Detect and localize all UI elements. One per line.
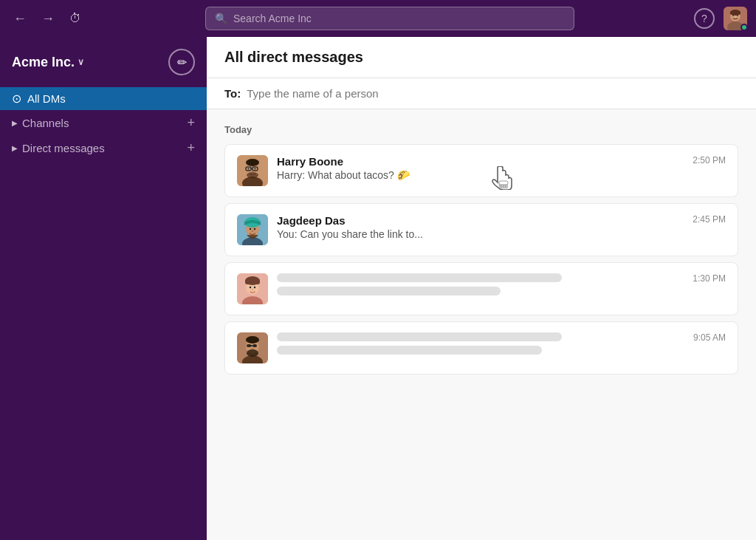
main-layout: Acme Inc. ∨ ✏ ⊙ All DMs ▶ Channels + ▶ D… <box>0 37 756 540</box>
back-button[interactable]: ← <box>9 8 31 30</box>
placeholder-name-3 <box>277 273 562 282</box>
svg-rect-21 <box>504 182 506 188</box>
dm-card-jagdeep[interactable]: Jagdeep Das You: Can you share the link … <box>224 203 738 256</box>
dm-arrow-icon: ▶ <box>12 144 18 152</box>
workspace-chevron-icon: ∨ <box>78 57 84 67</box>
messages-area: Today <box>207 109 756 540</box>
to-bar: To: <box>207 78 756 109</box>
content-area: All direct messages To: Today <box>207 37 756 540</box>
jagdeep-avatar-svg <box>237 214 268 245</box>
user-avatar-container[interactable] <box>724 7 747 30</box>
all-dms-icon: ⊙ <box>12 92 21 106</box>
to-label: To: <box>224 87 241 100</box>
forward-button[interactable]: → <box>37 8 59 30</box>
direct-messages-label: Direct messages <box>22 142 105 154</box>
harry-dm-content: Harry Boone Harry: What about tacos? 🌮 <box>277 155 684 181</box>
content-header: All direct messages <box>207 37 756 78</box>
dm-content-3 <box>277 273 684 300</box>
svg-point-17 <box>252 171 254 172</box>
jagdeep-preview: You: Can you share the link to... <box>277 228 684 240</box>
svg-rect-23 <box>499 181 508 185</box>
date-divider: Today <box>224 124 738 135</box>
all-dms-label: All DMs <box>27 92 66 105</box>
jagdeep-name: Jagdeep Das <box>277 214 684 227</box>
harry-preview: Harry: What about tacos? 🌮 <box>277 169 684 181</box>
recipient-input[interactable] <box>247 87 738 100</box>
channels-label: Channels <box>22 117 69 129</box>
workspace-name-text: Acme Inc. <box>12 55 75 70</box>
avatar-3 <box>237 273 268 304</box>
placeholder-preview-4 <box>277 346 542 355</box>
svg-rect-47 <box>247 344 251 347</box>
dm-card-4[interactable]: 9:05 AM <box>224 321 738 375</box>
time-4: 9:05 AM <box>693 332 726 343</box>
svg-point-38 <box>252 289 253 290</box>
svg-rect-35 <box>245 279 260 284</box>
svg-point-29 <box>254 228 255 230</box>
svg-point-43 <box>247 349 258 357</box>
placeholder-name-4 <box>277 332 562 341</box>
svg-rect-20 <box>501 182 504 188</box>
add-channel-button[interactable]: + <box>187 116 195 129</box>
compose-button[interactable]: ✏ <box>168 49 195 75</box>
avatar-harry <box>237 155 268 186</box>
search-icon: 🔍 <box>215 13 227 24</box>
svg-point-11 <box>246 159 259 166</box>
topbar: ← → ⏱ 🔍 ? <box>0 0 756 37</box>
svg-rect-19 <box>499 182 501 188</box>
avatar-3-svg <box>237 273 268 304</box>
search-input[interactable] <box>233 13 565 24</box>
help-button[interactable]: ? <box>694 8 715 29</box>
svg-rect-7 <box>730 11 740 15</box>
sidebar-header: Acme Inc. ∨ ✏ <box>0 43 207 87</box>
channels-arrow-icon: ▶ <box>12 119 18 127</box>
svg-point-36 <box>250 287 251 288</box>
jagdeep-dm-content: Jagdeep Das You: Can you share the link … <box>277 214 684 240</box>
time-3: 1:30 PM <box>693 273 726 284</box>
jagdeep-time: 2:45 PM <box>693 214 726 225</box>
dm-content-4 <box>277 332 684 359</box>
placeholder-preview-3 <box>277 287 501 295</box>
search-bar: 🔍 <box>205 7 574 30</box>
harry-name: Harry Boone <box>277 155 684 168</box>
sidebar: Acme Inc. ∨ ✏ ⊙ All DMs ▶ Channels + ▶ D… <box>0 37 207 540</box>
avatar-4 <box>237 332 268 363</box>
svg-point-16 <box>255 168 256 170</box>
svg-point-37 <box>254 287 255 288</box>
sidebar-item-all-dms[interactable]: ⊙ All DMs <box>0 87 207 110</box>
dm-card-harry[interactable]: Harry Boone Harry: What about tacos? 🌮 2… <box>224 144 738 197</box>
avatar-4-svg <box>237 332 268 363</box>
add-dm-button[interactable]: + <box>187 141 195 154</box>
sidebar-item-channels[interactable]: ▶ Channels + <box>0 110 207 135</box>
svg-point-46 <box>252 348 254 349</box>
svg-rect-22 <box>506 183 508 188</box>
svg-point-42 <box>246 336 259 344</box>
svg-point-15 <box>248 168 250 170</box>
workspace-name[interactable]: Acme Inc. ∨ <box>12 55 84 70</box>
svg-rect-48 <box>252 344 257 347</box>
harry-time: 2:50 PM <box>693 155 726 165</box>
sidebar-item-direct-messages[interactable]: ▶ Direct messages + <box>0 135 207 160</box>
online-indicator <box>740 24 748 31</box>
svg-point-30 <box>252 230 254 232</box>
harry-avatar-svg <box>237 155 268 186</box>
svg-point-18 <box>247 172 258 178</box>
dm-card-3[interactable]: 1:30 PM <box>224 262 738 315</box>
history-button[interactable]: ⏱ <box>65 9 86 28</box>
avatar-jagdeep <box>237 214 268 245</box>
page-title: All direct messages <box>224 49 738 66</box>
svg-point-28 <box>250 228 251 230</box>
